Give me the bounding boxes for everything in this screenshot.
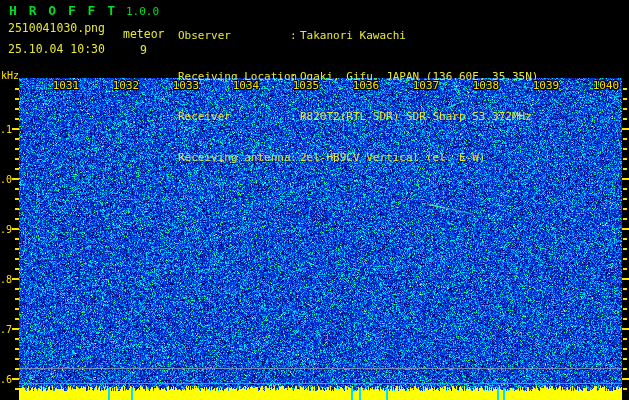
time-tick-label: 1031 xyxy=(53,79,80,92)
info-label: Receiving antenna xyxy=(178,151,290,165)
time-tick-label: 1040 xyxy=(593,79,620,92)
freq-tick-label: 1.0 xyxy=(0,174,12,185)
info-colon: : xyxy=(290,110,300,124)
station-info-block: Observer : Takanori Kawachi Receiving Lo… xyxy=(178,2,538,191)
info-label: Observer xyxy=(178,29,290,43)
output-file-name: 2510041030.png xyxy=(8,21,105,35)
time-tick-label: 1034 xyxy=(233,79,260,92)
info-row-observer: Observer : Takanori Kawachi xyxy=(178,29,538,43)
info-label: Receiver xyxy=(178,110,290,124)
time-tick-label: 1032 xyxy=(113,79,140,92)
info-value: R820T2(RTL-SDR) SDR-Sharp 53.372MHz xyxy=(300,110,532,124)
time-tick-label: 1039 xyxy=(533,79,560,92)
time-tick-label: 1038 xyxy=(473,79,500,92)
freq-tick-label: 0.8 xyxy=(0,274,12,285)
y-axis-unit-label: kHz xyxy=(1,70,19,81)
observation-datetime: 25.10.04 10:30 xyxy=(8,42,105,56)
time-tick-label: 1035 xyxy=(293,79,320,92)
app-title: H R O F F T xyxy=(9,3,117,18)
freq-tick-label: 1.1 xyxy=(0,124,12,135)
meteor-count: 9 xyxy=(140,43,147,57)
time-tick-label: 1037 xyxy=(413,79,440,92)
time-tick-label: 1036 xyxy=(353,79,380,92)
mode-label: meteor xyxy=(123,27,165,41)
info-row-antenna: Receiving antenna : 2el-HB9CV Vertical (… xyxy=(178,151,538,165)
freq-tick-label: 0.9 xyxy=(0,224,12,235)
freq-tick-label: 0.6 xyxy=(0,374,12,385)
freq-tick-label: 0.7 xyxy=(0,324,12,335)
info-row-receiver: Receiver : R820T2(RTL-SDR) SDR-Sharp 53.… xyxy=(178,110,538,124)
info-value: Takanori Kawachi xyxy=(300,29,406,43)
time-tick-label: 1033 xyxy=(173,79,200,92)
info-colon: : xyxy=(290,29,300,43)
hrofft-screenshot: H R O F F T 1.0.0 2510041030.png meteor … xyxy=(0,0,629,400)
info-value: 2el-HB9CV Vertical (el. E-W) xyxy=(300,151,485,165)
app-version: 1.0.0 xyxy=(126,5,159,18)
info-colon: : xyxy=(290,151,300,165)
